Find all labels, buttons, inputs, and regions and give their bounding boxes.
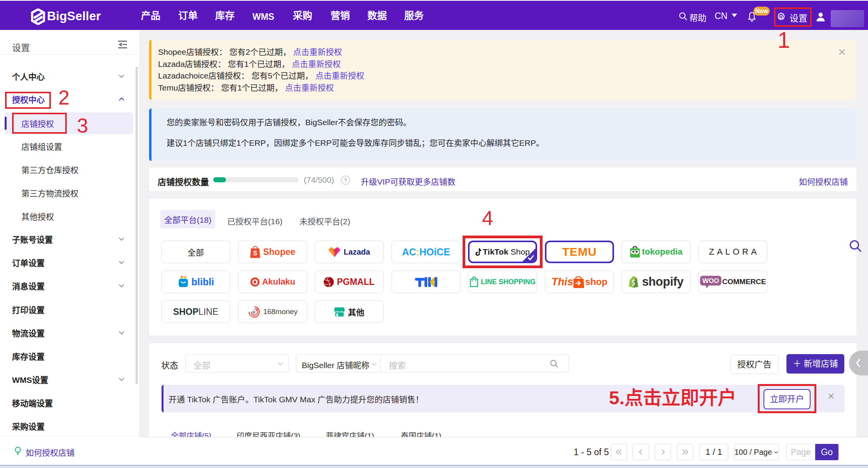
svg-text:S: S: [253, 250, 257, 257]
svg-text:WOO: WOO: [702, 277, 719, 285]
